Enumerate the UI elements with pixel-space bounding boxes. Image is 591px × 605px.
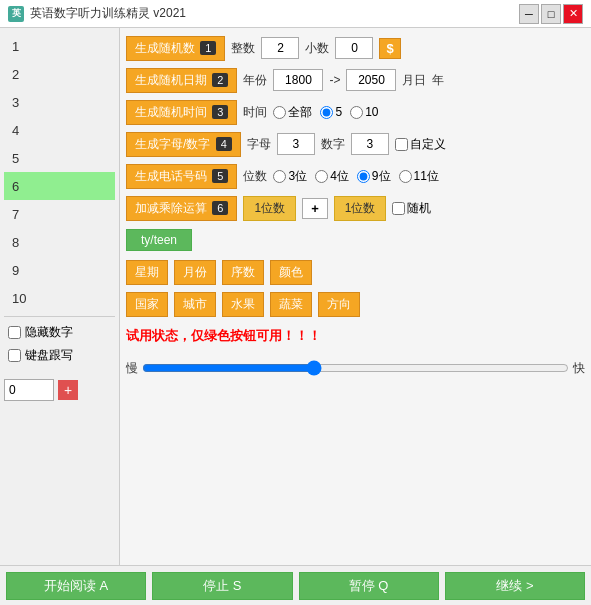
gen-phone-button[interactable]: 生成电话号码 5	[126, 164, 237, 189]
row-ty-teen: ty/teen	[126, 226, 585, 254]
city-button[interactable]: 城市	[174, 292, 216, 317]
phone-radio-9[interactable]: 9位	[357, 168, 391, 185]
operator-button[interactable]: +	[302, 198, 328, 219]
row-random-number: 生成随机数 1 整数 小数 $	[126, 34, 585, 62]
ty-teen-button[interactable]: ty/teen	[126, 229, 192, 251]
year-unit-label: 年	[432, 72, 444, 89]
main-content: 1 2 3 4 5 6 7 8 9 10 隐藏数字 键盘跟写 + 生成随机数	[0, 28, 591, 565]
sidebar-item-10[interactable]: 10	[4, 284, 115, 312]
phone-radio-4[interactable]: 4位	[315, 168, 349, 185]
app-title: 英语数字听力训练精灵 v2021	[30, 5, 186, 22]
row-categories1: 星期 月份 序数 颜色	[126, 258, 585, 286]
year-to-input[interactable]	[346, 69, 396, 91]
speed-input-row: +	[4, 379, 115, 401]
row-arithmetic: 加减乘除运算 6 1位数 + 1位数 随机	[126, 194, 585, 222]
keyboard-follow-input[interactable]	[8, 349, 21, 362]
sidebar-item-9[interactable]: 9	[4, 256, 115, 284]
app-icon: 英	[8, 6, 24, 22]
keyboard-follow-checkbox[interactable]: 键盘跟写	[4, 344, 115, 367]
row-letter-number: 生成字母/数字 4 字母 数字 自定义	[126, 130, 585, 158]
row-random-time: 生成随机时间 3 时间 全部 5 10	[126, 98, 585, 126]
title-bar-left: 英 英语数字听力训练精灵 v2021	[8, 5, 186, 22]
letter-input[interactable]	[277, 133, 315, 155]
plus-button[interactable]: +	[58, 380, 78, 400]
sidebar-item-1[interactable]: 1	[4, 32, 115, 60]
weekday-button[interactable]: 星期	[126, 260, 168, 285]
phone-radio-group: 3位 4位 9位 11位	[273, 168, 438, 185]
title-controls: ─ □ ✕	[519, 4, 583, 24]
phone-radio-3[interactable]: 3位	[273, 168, 307, 185]
slow-label: 慢	[126, 360, 138, 377]
time-radio-10[interactable]: 10	[350, 105, 378, 119]
sidebar-item-8[interactable]: 8	[4, 228, 115, 256]
gen-random-date-button[interactable]: 生成随机日期 2	[126, 68, 237, 93]
bottom-toolbar: 开始阅读 A 停止 S 暂停 Q 继续 >	[0, 565, 591, 605]
fruit-button[interactable]: 水果	[222, 292, 264, 317]
number-input[interactable]	[351, 133, 389, 155]
sidebar-item-4[interactable]: 4	[4, 116, 115, 144]
arrow-label: ->	[329, 73, 340, 87]
stop-button[interactable]: 停止 S	[152, 572, 292, 600]
letter-label: 字母	[247, 136, 271, 153]
speed-slider-row: 慢 快	[126, 354, 585, 382]
maximize-button[interactable]: □	[541, 4, 561, 24]
start-read-button[interactable]: 开始阅读 A	[6, 572, 146, 600]
color-button[interactable]: 颜色	[270, 260, 312, 285]
gen-random-time-button[interactable]: 生成随机时间 3	[126, 100, 237, 125]
row-phone: 生成电话号码 5 位数 3位 4位 9位 11位	[126, 162, 585, 190]
vegetable-button[interactable]: 蔬菜	[270, 292, 312, 317]
gen-letter-number-button[interactable]: 生成字母/数字 4	[126, 132, 241, 157]
sidebar-item-6[interactable]: 6	[4, 172, 115, 200]
country-button[interactable]: 国家	[126, 292, 168, 317]
year-from-input[interactable]	[273, 69, 323, 91]
year-label: 年份	[243, 72, 267, 89]
trial-text: 试用状态，仅绿色按钮可用！！！	[126, 327, 321, 345]
hide-numbers-checkbox[interactable]: 隐藏数字	[4, 321, 115, 344]
time-radio-group: 全部 5 10	[273, 104, 378, 121]
decimal-input[interactable]	[335, 37, 373, 59]
sidebar: 1 2 3 4 5 6 7 8 9 10 隐藏数字 键盘跟写 +	[0, 28, 120, 565]
number-label: 数字	[321, 136, 345, 153]
sidebar-item-5[interactable]: 5	[4, 144, 115, 172]
operand2-button[interactable]: 1位数	[334, 196, 387, 221]
time-radio-all[interactable]: 全部	[273, 104, 312, 121]
operand1-button[interactable]: 1位数	[243, 196, 296, 221]
gen-arithmetic-button[interactable]: 加减乘除运算 6	[126, 196, 237, 221]
direction-button[interactable]: 方向	[318, 292, 360, 317]
integer-input[interactable]	[261, 37, 299, 59]
title-bar: 英 英语数字听力训练精灵 v2021 ─ □ ✕	[0, 0, 591, 28]
hide-numbers-input[interactable]	[8, 326, 21, 339]
dollar-button[interactable]: $	[379, 38, 400, 59]
sidebar-item-7[interactable]: 7	[4, 200, 115, 228]
minimize-button[interactable]: ─	[519, 4, 539, 24]
month-button[interactable]: 月份	[174, 260, 216, 285]
month-day-label: 月日	[402, 72, 426, 89]
separator	[4, 316, 115, 317]
speed-slider[interactable]	[142, 360, 569, 376]
custom-checkbox[interactable]: 自定义	[395, 136, 446, 153]
speed-input[interactable]	[4, 379, 54, 401]
decimal-label: 小数	[305, 40, 329, 57]
trial-row: 试用状态，仅绿色按钮可用！！！	[126, 322, 585, 350]
right-panel: 生成随机数 1 整数 小数 $ 生成随机日期 2 年份 -> 月日 年 生成	[120, 28, 591, 565]
row-categories2: 国家 城市 水果 蔬菜 方向	[126, 290, 585, 318]
fast-label: 快	[573, 360, 585, 377]
time-radio-5[interactable]: 5	[320, 105, 342, 119]
row-random-date: 生成随机日期 2 年份 -> 月日 年	[126, 66, 585, 94]
integer-label: 整数	[231, 40, 255, 57]
sidebar-item-3[interactable]: 3	[4, 88, 115, 116]
continue-button[interactable]: 继续 >	[445, 572, 585, 600]
phone-radio-11[interactable]: 11位	[399, 168, 439, 185]
time-label: 时间	[243, 104, 267, 121]
sidebar-item-2[interactable]: 2	[4, 60, 115, 88]
ordinal-button[interactable]: 序数	[222, 260, 264, 285]
pause-button[interactable]: 暂停 Q	[299, 572, 439, 600]
close-button[interactable]: ✕	[563, 4, 583, 24]
gen-random-number-button[interactable]: 生成随机数 1	[126, 36, 225, 61]
digits-label: 位数	[243, 168, 267, 185]
random-checkbox[interactable]: 随机	[392, 200, 431, 217]
